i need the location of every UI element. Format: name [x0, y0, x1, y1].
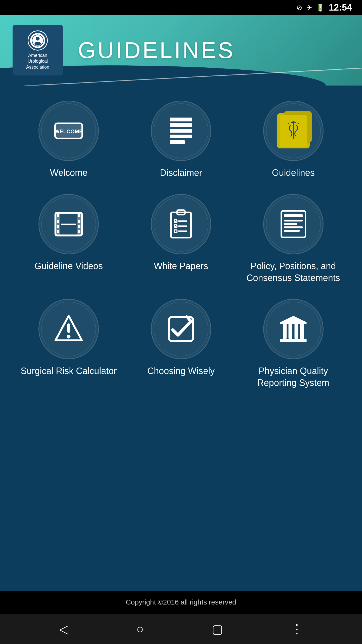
svg-marker-39	[56, 316, 82, 341]
svg-rect-34	[284, 214, 303, 217]
choosing-wisely-icon-circle[interactable]	[151, 299, 211, 359]
svg-rect-17	[57, 220, 59, 223]
svg-rect-16	[57, 214, 59, 217]
svg-rect-49	[300, 323, 304, 339]
svg-rect-10	[170, 140, 185, 144]
disclaimer-icon	[161, 111, 201, 151]
svg-rect-36	[284, 223, 297, 225]
svg-rect-9	[170, 135, 192, 138]
surgical-risk-label: Surgical Risk Calculator	[21, 365, 117, 377]
svg-rect-27	[174, 220, 177, 222]
svg-line-43	[187, 316, 193, 323]
logo-container: American Urological Association	[13, 25, 63, 75]
white-papers-label: White Papers	[154, 260, 208, 272]
logo-seal	[28, 30, 48, 51]
welcome-label: Welcome	[50, 167, 87, 179]
guidelines-icon	[277, 113, 310, 148]
policy-label: Policy, Positions, and Consensus Stateme…	[242, 260, 344, 284]
guideline-videos-icon-circle[interactable]	[38, 194, 99, 254]
surgical-risk-icon-circle[interactable]	[38, 299, 99, 359]
disclaimer-label: Disclaimer	[160, 167, 202, 179]
guideline-videos-item[interactable]: Guideline Videos	[18, 194, 120, 284]
svg-rect-19	[57, 230, 59, 233]
battery-icon: 🔋	[316, 4, 325, 12]
svg-rect-29	[174, 225, 177, 227]
svg-rect-26	[177, 210, 185, 215]
institution-icon	[273, 309, 313, 349]
video-icon	[49, 204, 89, 244]
white-papers-icon-circle[interactable]	[151, 194, 211, 254]
welcome-item[interactable]: WELCOME Welcome	[18, 101, 120, 179]
svg-rect-22	[78, 225, 80, 228]
svg-point-1	[36, 37, 40, 41]
copyright-text: Copyright ©2016 all rights reserved	[126, 598, 236, 606]
guidelines-label: Guidelines	[272, 167, 315, 179]
welcome-icon: WELCOME	[49, 111, 89, 151]
policy-icon	[273, 204, 313, 244]
disclaimer-icon-circle[interactable]	[151, 101, 211, 161]
warning-icon	[49, 309, 89, 349]
physician-quality-item[interactable]: Physician Quality Reporting System	[242, 299, 344, 389]
guideline-videos-label: Guideline Videos	[35, 260, 103, 272]
svg-rect-13	[56, 213, 82, 235]
recent-button[interactable]: ▢	[212, 622, 223, 636]
svg-rect-37	[284, 226, 303, 228]
svg-rect-51	[280, 322, 306, 324]
physician-quality-icon-circle[interactable]	[263, 299, 324, 359]
svg-rect-47	[288, 323, 292, 339]
svg-rect-25	[171, 212, 191, 237]
svg-rect-40	[67, 324, 70, 333]
page-title: GUIDELINES	[78, 37, 235, 63]
svg-rect-46	[283, 323, 287, 339]
svg-rect-33	[281, 211, 305, 237]
svg-rect-3	[55, 123, 82, 138]
svg-rect-42	[169, 317, 193, 341]
home-button[interactable]: ○	[136, 622, 144, 636]
logo-seal-inner	[30, 33, 45, 48]
logo-text: American Urological Association	[26, 53, 49, 70]
policy-positions-item[interactable]: Policy, Positions, and Consensus Stateme…	[242, 194, 344, 284]
menu-grid: WELCOME Welcome Disclaimer	[18, 101, 344, 389]
header: American Urological Association GUIDELIN…	[0, 15, 362, 86]
svg-rect-20	[78, 214, 80, 217]
svg-rect-14	[56, 213, 60, 235]
physician-quality-label: Physician Quality Reporting System	[242, 365, 344, 389]
white-papers-item[interactable]: White Papers	[130, 194, 232, 284]
welcome-icon-circle[interactable]: WELCOME	[38, 101, 99, 161]
status-icons: ⊘ ✈ 🔋 12:54	[296, 2, 352, 13]
disclaimer-item[interactable]: Disclaimer	[130, 101, 232, 179]
guidelines-item[interactable]: Guidelines	[242, 101, 344, 179]
svg-rect-35	[284, 220, 303, 222]
svg-rect-48	[294, 323, 298, 339]
svg-rect-4	[55, 123, 82, 138]
svg-rect-50	[280, 339, 306, 342]
main-content: WELCOME Welcome Disclaimer	[0, 86, 362, 591]
svg-rect-23	[78, 230, 80, 233]
status-bar: ⊘ ✈ 🔋 12:54	[0, 0, 362, 15]
svg-rect-31	[174, 230, 177, 232]
signal-off-icon: ⊘	[296, 4, 302, 12]
more-button[interactable]: ⋮	[291, 622, 303, 636]
svg-rect-15	[77, 213, 82, 235]
svg-rect-38	[284, 230, 300, 232]
back-button[interactable]: ◁	[59, 622, 68, 636]
copyright: Copyright ©2016 all rights reserved	[0, 591, 362, 614]
svg-text:WELCOME: WELCOME	[55, 128, 83, 135]
status-time: 12:54	[329, 2, 352, 13]
svg-rect-8	[170, 129, 192, 133]
choosing-wisely-label: Choosing Wisely	[147, 365, 215, 377]
svg-rect-21	[78, 220, 80, 223]
policy-icon-circle[interactable]	[263, 194, 324, 254]
svg-marker-44	[186, 316, 193, 324]
surgical-risk-item[interactable]: Surgical Risk Calculator	[18, 299, 120, 389]
whitepaper-icon	[161, 204, 201, 244]
svg-point-12	[292, 121, 294, 124]
airplane-icon: ✈	[306, 4, 312, 12]
choosing-wisely-item[interactable]: Choosing Wisely	[130, 299, 232, 389]
nav-bar: ◁ ○ ▢ ⋮	[0, 614, 362, 644]
svg-point-41	[67, 335, 71, 339]
guidelines-icon-circle[interactable]	[263, 101, 324, 161]
svg-marker-45	[280, 316, 306, 323]
svg-rect-18	[57, 225, 59, 228]
svg-rect-6	[170, 118, 192, 122]
